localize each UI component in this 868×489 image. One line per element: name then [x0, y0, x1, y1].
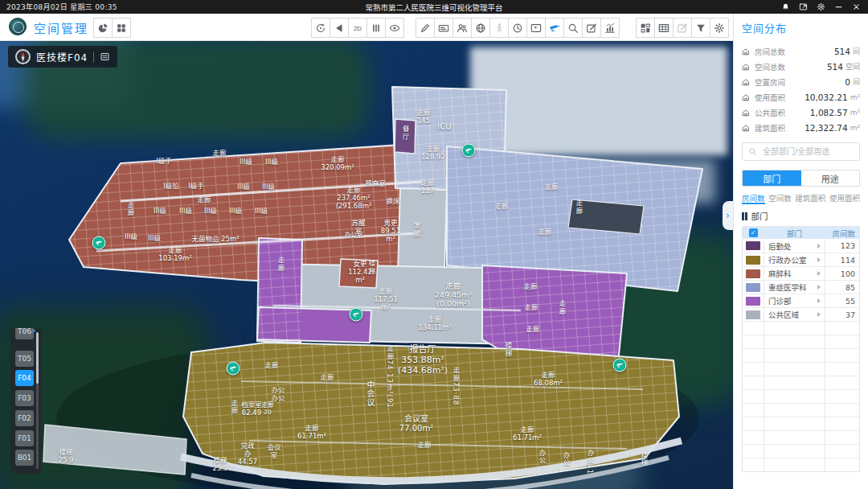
table-row-empty: [743, 335, 859, 348]
stat-label: 房间总数: [755, 46, 785, 57]
flag-button[interactable]: [526, 18, 546, 38]
clock-button[interactable]: [508, 18, 527, 38]
columns-button[interactable]: [366, 18, 386, 38]
filter-button[interactable]: [691, 18, 710, 38]
table-row[interactable]: 麻醉科100: [743, 266, 859, 280]
page-title: 空间管理: [34, 19, 88, 36]
camera-marker[interactable]: [613, 359, 627, 372]
rotate-button[interactable]: [311, 18, 330, 38]
camera-marker[interactable]: [92, 236, 106, 250]
subtab-使用面积[interactable]: 使用面积: [829, 192, 860, 204]
camera-marker[interactable]: [462, 144, 476, 158]
gear-icon[interactable]: [817, 2, 825, 11]
expand-caret-icon[interactable]: [817, 244, 821, 249]
editbox-button[interactable]: [673, 18, 692, 38]
department-table: ✓ 部门 房间数 后勤处123行政办公室114麻醉科100重症医学科85门诊部5…: [742, 226, 860, 472]
camera-marker[interactable]: [350, 308, 363, 322]
camera-button[interactable]: [545, 18, 564, 38]
stats-list: 房间总数514间空间总数514空间空置房间0间使用面积10,032.21m²公共…: [742, 43, 860, 135]
color-swatch: [746, 256, 760, 265]
table-row[interactable]: 重症医学科85: [743, 280, 859, 294]
walker-button[interactable]: [489, 18, 509, 38]
subtab-房间数[interactable]: 房间数: [742, 192, 765, 204]
column-header-count[interactable]: 房间数: [825, 227, 859, 239]
editbox-button[interactable]: [582, 18, 601, 38]
panel-expand-icon[interactable]: ↗: [30, 327, 36, 335]
sidebar: 空间分布 房间总数514间空间总数514空间空置房间0间使用面积10,032.2…: [733, 14, 868, 489]
dashboard-button[interactable]: [636, 18, 655, 38]
toolbar-group: [416, 18, 620, 38]
floor-button-B01[interactable]: B01: [15, 450, 34, 466]
stat-row: 使用面积10,032.21m²: [742, 89, 860, 105]
tablegrid-button[interactable]: [654, 18, 674, 38]
building-chip[interactable]: 医技楼F04: [8, 46, 117, 68]
expand-caret-icon[interactable]: [817, 257, 821, 262]
expand-caret-icon[interactable]: [817, 271, 821, 276]
chart-button[interactable]: [600, 18, 620, 38]
room-count: 85: [825, 281, 859, 294]
d2-button[interactable]: [348, 18, 367, 38]
building-icon: [742, 124, 750, 132]
gear-button[interactable]: [710, 18, 729, 38]
color-swatch: [746, 241, 760, 250]
table-row-empty: [743, 348, 859, 362]
stat-value: 514: [827, 62, 843, 72]
stat-label: 公共面积: [755, 107, 785, 118]
expand-caret-icon[interactable]: [817, 285, 821, 290]
sidebar-collapse-handle[interactable]: ›: [723, 201, 733, 230]
subtab-建筑面积[interactable]: 建筑面积: [795, 192, 825, 204]
eye-button[interactable]: [385, 18, 404, 38]
table-row-empty: [743, 376, 859, 389]
search-button[interactable]: [563, 18, 583, 38]
3d-viewport[interactable]: 走廊走廊 320.09m²I级手III级III级I级铅I级手III级III级走廊…: [0, 40, 733, 489]
floor-scrollbar-thumb[interactable]: [36, 332, 39, 384]
card-button[interactable]: [434, 18, 453, 38]
expand-caret-icon[interactable]: [817, 298, 821, 303]
minimize-icon[interactable]: [834, 2, 843, 11]
stat-value: 514: [834, 47, 850, 56]
search-input[interactable]: [761, 146, 854, 157]
search-box[interactable]: [742, 142, 860, 161]
subtab-bar: 房间数空间数建筑面积使用面积: [742, 192, 860, 204]
floor-button-F04[interactable]: F04: [15, 370, 34, 386]
tab-用途[interactable]: 用途: [801, 171, 860, 186]
camera-marker[interactable]: [227, 362, 240, 376]
table-header-row: ✓ 部门 房间数: [743, 227, 859, 239]
sidebar-title: 空间分布: [742, 20, 860, 35]
color-swatch: [746, 310, 760, 319]
department-name: 行政办公室: [768, 254, 807, 265]
floor-button-F03[interactable]: F03: [15, 390, 34, 406]
users-button[interactable]: [452, 18, 472, 38]
table-row[interactable]: 公共区域37: [743, 307, 859, 321]
tab-部门[interactable]: 部门: [743, 171, 801, 186]
expand-caret-icon[interactable]: [817, 312, 821, 317]
pie-button[interactable]: [93, 18, 113, 38]
floor-button-F02[interactable]: F02: [15, 410, 34, 426]
cursor-button[interactable]: [330, 18, 349, 38]
table-row[interactable]: 后勤处123: [743, 239, 859, 253]
window-icon[interactable]: [799, 2, 808, 11]
floor-button-T05[interactable]: T05: [15, 351, 34, 367]
panel-collapse-icon[interactable]: ─: [23, 327, 27, 335]
stat-value: 10,032.21: [805, 92, 847, 102]
color-swatch: [746, 297, 760, 306]
floor-list-icon[interactable]: [100, 51, 110, 62]
grid-button[interactable]: [112, 18, 131, 38]
stat-label: 建筑面积: [755, 122, 785, 134]
select-all-checkbox[interactable]: ✓: [749, 228, 758, 237]
stat-unit: m²: [850, 124, 860, 132]
table-row[interactable]: 门诊部55: [743, 294, 859, 307]
close-icon[interactable]: [852, 2, 861, 11]
building-icon: [742, 78, 750, 86]
building-icon: [742, 109, 750, 117]
floor-button-F01[interactable]: F01: [15, 430, 34, 446]
column-header-department[interactable]: 部门: [764, 227, 825, 239]
table-row-empty: [743, 362, 859, 376]
bell-icon[interactable]: [781, 2, 790, 11]
pen-button[interactable]: [416, 18, 435, 38]
subtab-空间数[interactable]: 空间数: [768, 192, 792, 204]
table-row[interactable]: 行政办公室114: [743, 253, 859, 266]
window-title: 常熟市第二人民医院三维可视化管理平台: [365, 2, 502, 13]
floor-selector: ─ ↗ T06T05F04F03F02F01B01: [10, 328, 41, 474]
globe-button[interactable]: [471, 18, 490, 38]
